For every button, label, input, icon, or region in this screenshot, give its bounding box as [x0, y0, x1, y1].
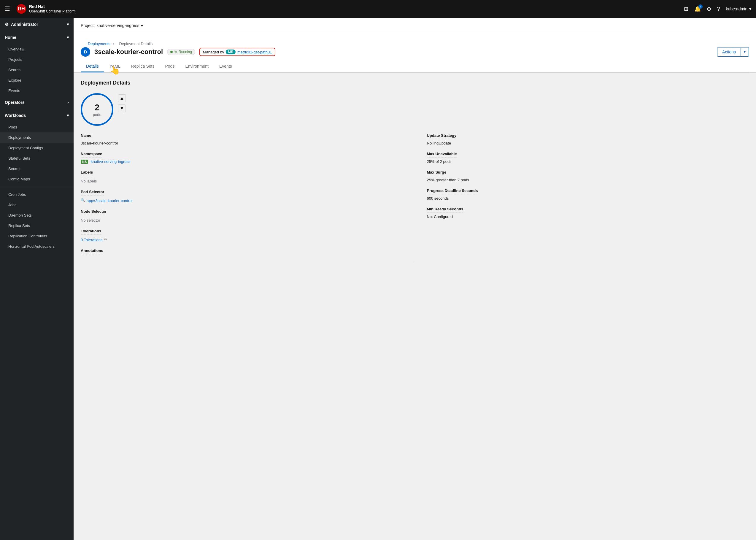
managed-mr-tag: MR — [226, 50, 236, 54]
help-icon[interactable]: ? — [717, 6, 720, 12]
main-layout: ⚙ Administrator ▾ Home ▾ Overview Projec… — [0, 18, 756, 540]
chevron-right-icon: › — [67, 100, 69, 105]
sidebar-section-home[interactable]: Home ▾ — [0, 31, 73, 44]
sidebar-item-replica-sets[interactable]: Replica Sets — [0, 220, 73, 231]
sidebar-item-search[interactable]: Search — [0, 65, 73, 75]
sidebar-role[interactable]: ⚙ Administrator ▾ — [0, 18, 73, 31]
detail-node-selector-value: No selector — [81, 218, 403, 222]
project-dropdown-icon: ▾ — [141, 23, 143, 28]
notification-badge: 1 — [698, 4, 702, 9]
sidebar-item-deployments[interactable]: Deployments — [0, 132, 73, 143]
status-text: Running — [179, 50, 192, 54]
detail-tolerations-value: 0 Tolerations ✏ — [81, 236, 403, 242]
sidebar: ⚙ Administrator ▾ Home ▾ Overview Projec… — [0, 18, 73, 540]
detail-pod-selector-label: Pod Selector — [81, 190, 104, 196]
detail-max-surge-label: Max Surge — [427, 170, 446, 176]
pods-count: 2 — [95, 102, 100, 112]
detail-labels: Labels No labels — [81, 170, 403, 183]
actions-button[interactable]: Actions ▾ — [717, 47, 749, 57]
actions-main[interactable]: Actions — [717, 48, 741, 57]
managed-label: Managed by — [203, 50, 224, 54]
detail-pod-selector-value: 🔍 app=3scale-kourier-control — [81, 197, 403, 203]
logo: RH Red Hat OpenShift Container Platform — [16, 4, 76, 14]
tab-environment[interactable]: Environment — [180, 61, 214, 72]
detail-min-ready-label: Min Ready Seconds — [427, 207, 463, 213]
detail-progress-deadline-label: Progress Deadline Seconds — [427, 189, 478, 194]
pods-arrows: ▲ ▼ — [118, 94, 126, 112]
status-refresh-icon: ↻ — [174, 50, 177, 54]
sidebar-item-hpa[interactable]: Horizontal Pod Autoscalers — [0, 241, 73, 252]
project-label: Project: — [81, 23, 95, 28]
page-header: Deployments › Deployment Details D 3scal… — [73, 33, 756, 73]
managed-link[interactable]: metric01-get-path01 — [237, 50, 272, 54]
detail-min-ready-value: Not Configured — [427, 214, 749, 219]
user-menu[interactable]: kube:admin ▾ — [726, 7, 751, 11]
sidebar-item-pods[interactable]: Pods — [0, 122, 73, 132]
chevron-down-icon: ▾ — [67, 113, 69, 118]
tab-yaml[interactable]: YAML — [104, 61, 126, 72]
page-header-row: D 3scale-kourier-control ↻ Running Manag… — [81, 47, 749, 57]
pods-increment[interactable]: ▲ — [118, 94, 126, 102]
logo-text: Red Hat OpenShift Container Platform — [29, 4, 76, 13]
detail-update-strategy: Update Strategy RollingUpdate — [427, 133, 749, 145]
deployment-icon: D — [81, 47, 90, 57]
project-selector[interactable]: Project: knative-serving-ingress ▾ — [81, 23, 143, 28]
project-bar: Project: knative-serving-ingress ▾ — [73, 18, 756, 33]
detail-namespace-value: NS knative-serving-ingress — [81, 159, 403, 164]
tab-pods[interactable]: Pods — [160, 61, 180, 72]
sidebar-item-daemon-sets[interactable]: Daemon Sets — [0, 210, 73, 220]
sidebar-item-stateful-sets[interactable]: Stateful Sets — [0, 153, 73, 164]
detail-max-unavailable: Max Unavailable 25% of 2 pods — [427, 151, 749, 164]
detail-progress-deadline-value: 600 seconds — [427, 196, 749, 201]
gear-icon: ⚙ — [5, 22, 9, 27]
detail-update-strategy-label: Update Strategy — [427, 133, 457, 139]
pods-label: pods — [93, 112, 101, 117]
breadcrumb-parent[interactable]: Deployments — [88, 42, 110, 46]
grid-icon[interactable]: ⊞ — [684, 6, 689, 12]
namespace-link[interactable]: knative-serving-ingress — [91, 159, 131, 164]
sidebar-item-secrets[interactable]: Secrets — [0, 164, 73, 174]
actions-caret[interactable]: ▾ — [741, 48, 749, 56]
detail-annotations: Annotations — [81, 248, 403, 256]
detail-tolerations-label: Tolerations — [81, 229, 101, 235]
plus-icon[interactable]: ⊕ — [707, 6, 711, 12]
pods-section: 2 pods ▲ ▼ — [81, 93, 749, 126]
tab-details[interactable]: Details — [81, 61, 104, 72]
detail-namespace-label: Namespace — [81, 152, 102, 158]
page-title: 3scale-kourier-control — [94, 48, 163, 56]
sidebar-item-overview[interactable]: Overview — [0, 44, 73, 54]
bell-icon[interactable]: 🔔 1 — [694, 6, 701, 12]
details-right: Update Strategy RollingUpdate Max Unavai… — [415, 133, 749, 262]
sidebar-item-cron-jobs[interactable]: Cron Jobs — [0, 189, 73, 200]
topnav: ☰ RH Red Hat OpenShift Container Platfor… — [0, 0, 756, 18]
pod-selector-link[interactable]: app=3scale-kourier-control — [87, 199, 132, 203]
detail-node-selector-label: Node Selector — [81, 209, 106, 215]
search-icon: 🔍 — [81, 198, 85, 202]
sidebar-item-deployment-configs[interactable]: Deployment Configs — [0, 143, 73, 153]
detail-max-surge: Max Surge 25% greater than 2 pods — [427, 170, 749, 182]
sidebar-section-workloads[interactable]: Workloads ▾ — [0, 109, 73, 122]
sidebar-section-operators[interactable]: Operators › — [0, 96, 73, 109]
status-dot — [170, 51, 173, 53]
tab-events[interactable]: Events — [214, 61, 237, 72]
details-area: Deployment Details 2 pods ▲ ▼ Name — [73, 73, 756, 540]
sidebar-item-projects[interactable]: Projects — [0, 54, 73, 65]
detail-max-unavailable-value: 25% of 2 pods — [427, 159, 749, 164]
chevron-down-icon: ▾ — [749, 7, 751, 11]
tolerations-link[interactable]: 0 Tolerations — [81, 238, 102, 242]
breadcrumb-separator: › — [113, 42, 114, 46]
detail-progress-deadline: Progress Deadline Seconds 600 seconds — [427, 188, 749, 201]
sidebar-item-events[interactable]: Events — [0, 85, 73, 96]
sidebar-item-config-maps[interactable]: Config Maps — [0, 174, 73, 184]
tab-replica-sets[interactable]: Replica Sets — [126, 61, 160, 72]
sidebar-item-explore[interactable]: Explore — [0, 75, 73, 85]
hamburger-icon[interactable]: ☰ — [5, 5, 10, 12]
content-area: Project: knative-serving-ingress ▾ Deplo… — [73, 18, 756, 540]
sidebar-item-jobs[interactable]: Jobs — [0, 200, 73, 210]
detail-max-unavailable-label: Max Unavailable — [427, 152, 457, 158]
detail-labels-label: Labels — [81, 170, 93, 176]
pods-decrement[interactable]: ▼ — [118, 104, 126, 112]
ns-badge: NS — [81, 160, 88, 164]
sidebar-item-replication-controllers[interactable]: Replication Controllers — [0, 231, 73, 241]
edit-icon[interactable]: ✏ — [104, 237, 107, 241]
